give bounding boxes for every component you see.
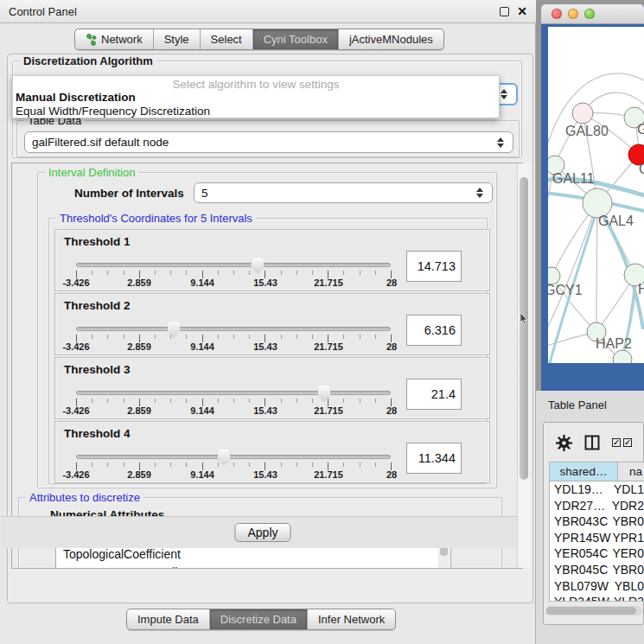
combo-spinner-icon: [497, 137, 506, 148]
table-row[interactable]: YPR145WYPR1: [550, 530, 644, 546]
node-label: C: [639, 162, 644, 176]
right-area: GAL80 GA C GAL11 GAL4 GCY1 H HAP2 Table …: [536, 0, 644, 644]
table-panel-titlebar: Table Panel: [536, 391, 644, 418]
threshold-panel-4: Threshold 4 -3.426 2.859 9.144 15.43 21.…: [54, 421, 490, 483]
threshold-1-value-field[interactable]: 14.713: [406, 251, 462, 282]
tab-impute-data[interactable]: Impute Data: [127, 609, 210, 629]
table-panel-title: Table Panel: [548, 399, 607, 411]
vertical-scrollbar[interactable]: [517, 163, 530, 568]
tab-jactivemnodules[interactable]: jActiveMNodules: [339, 29, 443, 49]
screen: Control Panel ✕ Network: [0, 0, 644, 644]
tab-select[interactable]: Select: [201, 29, 253, 49]
threshold-3-slider[interactable]: [76, 391, 391, 395]
table-row[interactable]: YER054CYER0: [550, 545, 644, 562]
zoom-traffic-light-icon[interactable]: [584, 9, 595, 19]
table-panel-toolbar: ✓ ✓: [544, 428, 644, 457]
table-data-group: Table Data galFiltered.sif default node: [16, 120, 520, 157]
combo-spinner-icon: [501, 89, 509, 99]
thresholds-group: Threshold's Coordinates for 5 Intervals …: [48, 218, 488, 484]
slider-tick-labels: -3.426 2.859 9.144 15.43 21.715 28: [76, 341, 392, 352]
threshold-1-slider[interactable]: [76, 263, 391, 267]
column-header-name[interactable]: na: [618, 462, 644, 481]
table-row[interactable]: YDL19…YDL1: [550, 481, 644, 498]
network-icon: [86, 34, 97, 46]
node-gal80[interactable]: [572, 103, 593, 124]
number-of-intervals-label: Number of Intervals: [74, 187, 184, 200]
threshold-2-label: Threshold 2: [64, 299, 131, 312]
minimize-traffic-light-icon[interactable]: [568, 9, 578, 19]
node-label: GA: [637, 122, 644, 137]
combo-spinner-icon: [476, 188, 485, 198]
tab-discretize-data[interactable]: Discretize Data: [210, 609, 308, 629]
table-row[interactable]: YLR345WYLR3: [550, 594, 644, 602]
threshold-4-value-field[interactable]: 11.344: [406, 443, 462, 474]
threshold-panel-1: Threshold 1 -3.426 2.859 9.144 15.43 21.…: [54, 229, 490, 291]
float-window-icon[interactable]: [500, 7, 509, 16]
network-view-window: GAL80 GA C GAL11 GAL4 GCY1 H HAP2: [541, 4, 644, 391]
node-table: shared… na YDL19…YDL1 YDR27…YDR2 YBR043C…: [549, 462, 644, 602]
node-label: HAP2: [596, 336, 632, 351]
gear-icon[interactable]: [556, 435, 572, 451]
slider-tick-labels: -3.426 2.859 9.144 15.43 21.715 28: [76, 405, 392, 416]
node-gcy1[interactable]: [548, 267, 560, 284]
node-label: GAL11: [552, 171, 595, 186]
node-label: GCY1: [548, 283, 583, 297]
checkbox-icon[interactable]: ✓: [612, 438, 621, 447]
threshold-3-value-field[interactable]: 21.4: [406, 379, 462, 410]
interval-definition-group: Interval Definition Number of Intervals …: [37, 172, 497, 488]
interval-definition-label: Interval Definition: [45, 166, 138, 179]
table-row[interactable]: YBL079WYBL0: [550, 578, 644, 595]
popup-option-equal-width[interactable]: Equal Width/Frequency Discretization: [13, 105, 499, 118]
number-of-intervals-value: 5: [201, 187, 208, 200]
control-panel-titlebar: Control Panel ✕: [0, 0, 536, 23]
table-row[interactable]: YDR27…YDR2: [550, 498, 644, 514]
bottom-tab-bar: Impute Data Discretize Data Infer Networ…: [126, 609, 396, 630]
list-item[interactable]: TopologicalCoefficient: [56, 545, 450, 564]
node-label: GAL4: [598, 214, 634, 228]
thresholds-group-label: Threshold's Coordinates for 5 Intervals: [56, 212, 256, 225]
network-graph: GAL80 GA C GAL11 GAL4 GCY1 H HAP2: [548, 27, 644, 363]
apply-strip: Apply: [1, 516, 525, 548]
close-icon[interactable]: ✕: [517, 7, 527, 16]
slider-tick-labels: -3.426 2.859 9.144 15.43 21.715 28: [76, 277, 392, 288]
attributes-group-label: Attributes to discretize: [26, 491, 143, 504]
table-data-combobox[interactable]: galFiltered.sif default node: [24, 131, 513, 153]
algorithm-group-label: Discretization Algorithm: [20, 54, 156, 67]
popup-placeholder-item[interactable]: Select algorithm to view settings: [13, 76, 499, 91]
network-canvas[interactable]: GAL80 GA C GAL11 GAL4 GCY1 H HAP2: [548, 27, 644, 363]
network-window-titlebar: [541, 4, 644, 24]
table-row[interactable]: YBR045CYBR0: [550, 562, 644, 578]
column-header-shared[interactable]: shared…: [550, 462, 618, 481]
algorithm-dropdown-popup: Select algorithm to view settings Manual…: [12, 75, 500, 118]
tab-infer-network[interactable]: Infer Network: [308, 609, 395, 629]
threshold-4-label: Threshold 4: [64, 427, 131, 440]
table-row[interactable]: YBR043CYBR0: [550, 513, 644, 530]
list-item[interactable]: BetweennessCentrality: [56, 564, 450, 569]
table-panel: ✓ ✓ shared… na YDL19…YDL1 YDR27…YDR2 YBR…: [543, 422, 644, 625]
threshold-3-label: Threshold 3: [64, 363, 131, 376]
apply-button[interactable]: Apply: [234, 523, 290, 542]
number-of-intervals-combobox[interactable]: 5: [194, 182, 493, 203]
threshold-2-slider[interactable]: [76, 327, 391, 331]
threshold-2-value-field[interactable]: 6.316: [406, 315, 462, 346]
control-panel: Control Panel ✕ Network: [0, 0, 536, 644]
node-label: GAL80: [565, 124, 609, 138]
close-traffic-light-icon[interactable]: [552, 9, 562, 19]
split-columns-icon[interactable]: [584, 435, 600, 450]
slider-tick-labels: -3.426 2.859 9.144 15.43 21.715 28: [76, 469, 392, 480]
settings-scrollpane: Interval Definition Number of Intervals …: [11, 163, 523, 569]
node-label: H: [638, 282, 644, 296]
horizontal-scrollbar[interactable]: [545, 606, 642, 615]
checkbox-icon[interactable]: ✓: [623, 438, 632, 447]
threshold-panel-3: Threshold 3 -3.426 2.859 9.144 15.43 21.…: [54, 357, 490, 419]
threshold-panel-2: Threshold 2 -3.426 2.859 9.144 15.43 21.…: [54, 293, 490, 355]
tab-network[interactable]: Network: [75, 29, 154, 49]
popup-option-manual-discretization[interactable]: Manual Discretization: [13, 91, 499, 105]
tab-style[interactable]: Style: [154, 29, 201, 49]
table-header-row: shared… na: [550, 462, 644, 481]
threshold-4-slider[interactable]: [76, 455, 391, 459]
node-partial[interactable]: [613, 350, 632, 363]
tab-cyni-toolbox[interactable]: Cyni Toolbox: [253, 29, 339, 49]
top-tab-bar: Network Style Select Cyni Toolbox jActiv…: [74, 29, 444, 50]
mouse-cursor: [520, 313, 528, 325]
